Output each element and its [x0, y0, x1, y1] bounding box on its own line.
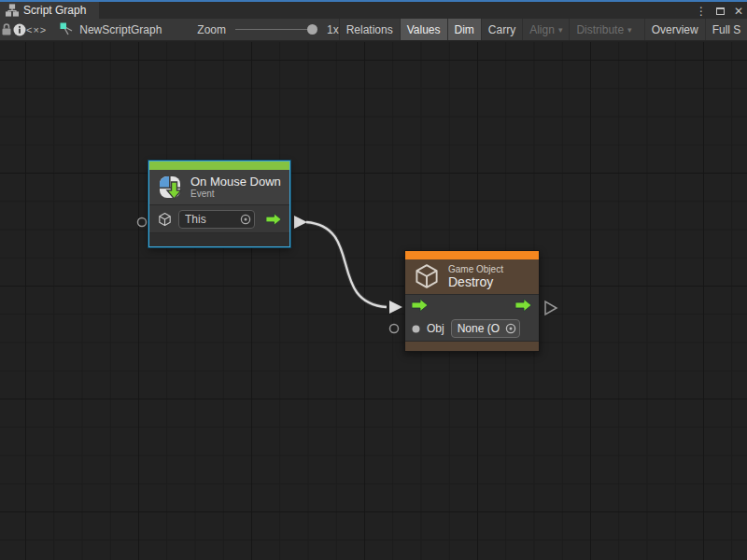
full-screen-label: Full S [712, 23, 741, 36]
graph-toolbar: <×> NewScriptGraph Zoom 1x Relations Val… [0, 19, 747, 41]
graph-asset-name: NewScriptGraph [79, 23, 162, 36]
game-object-cube-icon [413, 262, 441, 290]
script-graph-asset-icon [60, 22, 74, 36]
destroy-flow-row [405, 294, 539, 317]
align-dropdown[interactable]: Align ▾ [522, 19, 569, 40]
carry-button[interactable]: Carry [481, 19, 522, 40]
destroy-obj-field[interactable]: None (O [451, 319, 520, 338]
zoom-slider[interactable] [235, 19, 316, 41]
chevron-down-icon: ▾ [558, 25, 563, 35]
distribute-label: Distribute [576, 23, 624, 36]
destroy-node-title: Destroy [448, 275, 503, 289]
destroy-node-color-strip [405, 251, 539, 259]
full-screen-button[interactable]: Full S [705, 19, 747, 40]
info-icon [13, 23, 26, 36]
event-target-input-port[interactable] [138, 218, 147, 227]
event-node-color-strip [149, 161, 289, 170]
object-picker-icon[interactable] [240, 214, 251, 225]
relations-button[interactable]: Relations [339, 19, 400, 40]
event-target-field[interactable]: This [178, 210, 255, 229]
close-icon[interactable]: ✕ [734, 4, 743, 19]
zoom-slider-handle[interactable] [307, 24, 317, 35]
zoom-slider-track [235, 29, 316, 30]
event-flow-output-arrow-icon[interactable] [266, 213, 282, 226]
distribute-dropdown[interactable]: Distribute ▾ [569, 19, 638, 40]
toolbar-toggle-group: Relations Values Dim Carry Align ▾ Distr… [339, 19, 747, 40]
destroy-obj-input-port[interactable] [390, 325, 399, 333]
unity-script-graph-window: Script Graph ⋮ ✕ <×> [0, 0, 747, 560]
object-picker-icon[interactable] [505, 323, 516, 334]
relations-label: Relations [346, 23, 393, 36]
align-label: Align [529, 23, 555, 36]
carry-label: Carry [488, 23, 515, 36]
values-button[interactable]: Values [400, 19, 447, 40]
dim-button[interactable]: Dim [447, 19, 481, 40]
destroy-node-header: Game Object Destroy [405, 259, 539, 294]
zoom-value: 1x [327, 23, 339, 36]
graph-asset-button[interactable]: NewScriptGraph [60, 19, 162, 40]
zoom-label: Zoom [197, 23, 226, 36]
code-view-button[interactable]: <×> [26, 19, 47, 40]
value-port-dot-icon[interactable] [412, 325, 420, 333]
window-controls: ⋮ ✕ [696, 4, 743, 19]
lock-button[interactable] [0, 19, 13, 40]
event-node-title: On Mouse Down [190, 175, 281, 189]
node-destroy[interactable]: Game Object Destroy Obj None (O [404, 250, 540, 352]
tab-script-graph[interactable]: Script Graph [0, 2, 99, 19]
tab-bar: Script Graph ⋮ ✕ [0, 2, 747, 19]
destroy-node-category: Game Object [448, 264, 503, 275]
overview-button[interactable]: Overview [644, 19, 705, 40]
maximize-icon[interactable] [716, 7, 725, 15]
window-menu-icon[interactable]: ⋮ [696, 4, 707, 19]
destroy-node-titles: Game Object Destroy [448, 264, 503, 289]
info-button[interactable] [13, 19, 26, 40]
destroy-obj-value: None (O [458, 322, 500, 335]
event-node-titles: On Mouse Down Event [190, 175, 281, 200]
event-node-port-row: This [149, 204, 289, 232]
destroy-node-footer [405, 341, 539, 351]
tab-label: Script Graph [23, 4, 86, 17]
game-object-cube-icon [157, 211, 173, 228]
node-on-mouse-down[interactable]: On Mouse Down Event This [148, 161, 290, 247]
destroy-obj-row: Obj None (O [405, 316, 539, 341]
hierarchy-graph-icon [6, 4, 19, 17]
chevron-down-icon: ▾ [627, 25, 632, 35]
lock-icon [0, 22, 13, 36]
mouse-down-icon [157, 175, 183, 201]
event-target-value: This [185, 213, 206, 226]
destroy-obj-label: Obj [427, 322, 444, 335]
event-node-subtitle: Event [190, 189, 281, 200]
graph-canvas[interactable] [0, 42, 747, 560]
event-node-header: On Mouse Down Event [149, 170, 289, 204]
values-label: Values [407, 23, 441, 36]
overview-label: Overview [652, 23, 698, 36]
zoom-control: Zoom 1x [197, 19, 338, 40]
destroy-flow-output-arrow-icon[interactable] [515, 299, 532, 312]
code-view-icon: <×> [26, 24, 47, 35]
dim-label: Dim [455, 23, 474, 36]
event-node-footer [149, 232, 289, 246]
destroy-flow-input-arrow-icon[interactable] [412, 299, 429, 312]
